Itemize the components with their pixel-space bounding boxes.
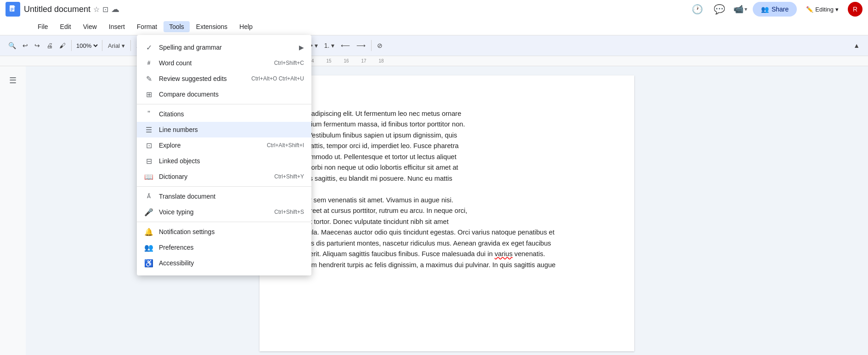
voice-typing-item[interactable]: 🎤 Voice typing Ctrl+Shift+S: [137, 204, 311, 220]
wordcount-shortcut: Ctrl+Shift+C: [274, 60, 304, 66]
indent-dec-button[interactable]: ⟵: [338, 40, 353, 51]
menu-item-extensions[interactable]: Extensions: [191, 21, 233, 32]
review-edits-item[interactable]: ✎ Review suggested edits Ctrl+Alt+O Ctrl…: [137, 71, 311, 86]
menu-item-tools[interactable]: Tools: [163, 21, 190, 32]
accessibility-item[interactable]: ♿ Accessibility: [137, 255, 311, 271]
toolbar-divider-2: [102, 40, 102, 51]
preferences-icon: 👥: [144, 243, 153, 252]
linked-objects-icon: ⊟: [144, 156, 153, 166]
undo-button[interactable]: ↩: [20, 40, 31, 51]
user-avatar[interactable]: R: [848, 2, 862, 17]
ruler: 6 7 8 9 10 11 12 13 14 15 16 17 18: [0, 56, 868, 66]
main-area: ☰ ctetur adipiscing elit. Ut fermentum l…: [0, 66, 868, 355]
outline-icon[interactable]: ☰: [6, 72, 20, 89]
menu-item-format[interactable]: Format: [131, 21, 163, 32]
menu-item-file[interactable]: File: [32, 21, 54, 32]
svg-rect-2: [11, 8, 14, 9]
toolbar: 🔍 ↩ ↪ 🖨 🖌 100% 75% 125% Arial ▾ 11 ▾ B I…: [0, 35, 868, 56]
dictionary-item[interactable]: 📖 Dictionary Ctrl+Shift+Y: [137, 169, 311, 184]
print-button[interactable]: 🖨: [44, 40, 56, 51]
meet-chevron: ▾: [744, 6, 747, 12]
doc-line-9: orttitor sem venenatis sit amet. Vivamus…: [293, 195, 601, 206]
translate-item[interactable]: A̋ Translate document: [137, 189, 311, 204]
doc-line-6: por. Morbi non neque ut odio lobortis ef…: [293, 162, 601, 173]
menu-bar: FileEditViewInsertFormatToolsExtensionsH…: [0, 18, 868, 35]
doc-line-15: Aliquam hendrerit turpis ac felis dignis…: [293, 260, 601, 270]
dropdown-section-2: " Citations ☰ Line numbers ⊡ Explore Ctr…: [137, 104, 311, 187]
doc-title[interactable]: Untitled document: [24, 5, 90, 14]
menu-item-view[interactable]: View: [78, 21, 102, 32]
compare-label: Compare documents: [159, 91, 304, 98]
word-count-item[interactable]: # Word count Ctrl+Shift+C: [137, 55, 311, 71]
document-page[interactable]: ctetur adipiscing elit. Ut fermentum leo…: [259, 75, 634, 351]
toolbar-collapse[interactable]: ▲: [851, 40, 862, 51]
title-bar: Untitled document ☆ ⊡ ☁ 🕐 💬 📹 ▾ 👥 Share …: [0, 0, 868, 18]
meet-button[interactable]: 📹 ▾: [733, 4, 747, 14]
move-icon[interactable]: ⊡: [102, 5, 108, 14]
notifications-item[interactable]: 🔔 Notification settings: [137, 224, 311, 240]
notifications-icon: 🔔: [144, 227, 153, 236]
explore-item[interactable]: ⊡ Explore Ctrl+Alt+Shift+I: [137, 137, 311, 153]
doc-line-2: is pretium fermentum massa, id finibus t…: [293, 119, 601, 130]
editing-mode-selector[interactable]: ✏️ Editing ▾: [802, 4, 842, 15]
doc-line-14: hendrerit. Aliquam sagittis faucibus fin…: [293, 249, 601, 259]
linked-objects-item[interactable]: ⊟ Linked objects: [137, 153, 311, 169]
share-button[interactable]: 👥 Share: [753, 2, 797, 17]
tools-dropdown-menu: ✓ Spelling and grammar ▶ # Word count Ct…: [137, 35, 311, 275]
ruler-mark: 16: [338, 58, 355, 63]
indent-inc-button[interactable]: ⟶: [354, 40, 368, 51]
linked-objects-label: Linked objects: [159, 157, 304, 165]
accessibility-label: Accessibility: [159, 259, 304, 267]
dropdown-section-1: ✓ Spelling and grammar ▶ # Word count Ct…: [137, 38, 311, 104]
toolbar-divider-1: [71, 40, 72, 51]
doc-line-3: erat. Vestibulum finibus sapien ut ipsum…: [293, 130, 601, 141]
toolbar-divider-3: [130, 40, 131, 51]
clear-format-button[interactable]: ⊘: [374, 40, 385, 51]
search-button[interactable]: 🔍: [6, 40, 19, 51]
redo-button[interactable]: ↪: [32, 40, 43, 51]
paint-format-button[interactable]: 🖌: [56, 40, 68, 51]
spelling-icon: ✓: [144, 43, 153, 52]
review-icon: ✎: [144, 74, 153, 83]
document-content: ctetur adipiscing elit. Ut fermentum leo…: [293, 109, 601, 270]
spelling-grammar-item[interactable]: ✓ Spelling and grammar ▶: [137, 40, 311, 55]
numbered-list-button[interactable]: 1. ▾: [321, 40, 338, 51]
font-selector[interactable]: Arial ▾: [105, 40, 128, 51]
doc-line-13: magnis dis parturient montes, nascetur r…: [293, 238, 601, 249]
zoom-selector[interactable]: 100% 75% 125%: [74, 42, 99, 50]
doc-line-8: [293, 184, 601, 195]
dictionary-icon: 📖: [144, 172, 153, 181]
compare-icon: ⊞: [144, 90, 153, 99]
left-sidebar: ☰: [0, 66, 26, 355]
voice-typing-label: Voice typing: [159, 208, 269, 216]
doc-line-10: is, laoreet at cursus porttitor, rutrum …: [293, 206, 601, 216]
history-button[interactable]: 🕐: [689, 1, 706, 17]
notifications-label: Notification settings: [159, 228, 304, 235]
menu-item-edit[interactable]: Edit: [55, 21, 77, 32]
explore-shortcut: Ctrl+Alt+Shift+I: [267, 142, 304, 149]
share-label: Share: [772, 6, 789, 13]
share-icon: 👥: [761, 6, 769, 13]
comments-button[interactable]: 💬: [711, 1, 728, 17]
star-icon[interactable]: ☆: [93, 5, 100, 14]
svg-rect-3: [11, 9, 14, 10]
linenumbers-icon: ☰: [144, 125, 153, 134]
svg-rect-4: [11, 11, 12, 11]
line-numbers-item[interactable]: ☰ Line numbers: [137, 122, 311, 137]
toolbar-divider-7: [371, 40, 372, 51]
preferences-item[interactable]: 👥 Preferences: [137, 240, 311, 255]
dropdown-section-4: 🔔 Notification settings 👥 Preferences ♿ …: [137, 222, 311, 273]
linenumbers-label: Line numbers: [159, 126, 304, 133]
wordcount-icon: #: [144, 58, 153, 68]
preferences-label: Preferences: [159, 244, 304, 251]
explore-label: Explore: [159, 142, 261, 149]
citations-item[interactable]: " Citations: [137, 106, 311, 122]
menu-item-insert[interactable]: Insert: [103, 21, 130, 32]
wordcount-label: Word count: [159, 59, 269, 67]
explore-icon: ⊡: [144, 141, 153, 150]
menu-item-help[interactable]: Help: [234, 21, 258, 32]
translate-label: Translate document: [159, 193, 304, 200]
citations-label: Citations: [159, 110, 304, 118]
compare-docs-item[interactable]: ⊞ Compare documents: [137, 86, 311, 102]
review-label: Review suggested edits: [159, 75, 246, 82]
